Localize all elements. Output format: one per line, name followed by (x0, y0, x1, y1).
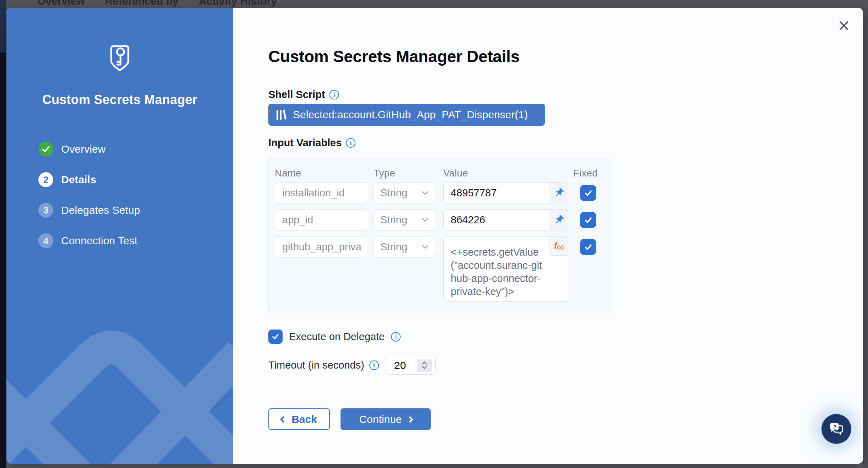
info-icon[interactable] (329, 90, 339, 99)
step-number: 4 (38, 233, 53, 248)
input-variables-table: Name Type Value Fixed installation_id St… (268, 158, 611, 313)
fixed-checkbox[interactable] (580, 185, 596, 201)
variable-type-value: String (380, 214, 407, 226)
shell-script-selected-button[interactable]: Selected:account.GitHub_App_PAT_Dispense… (268, 104, 545, 126)
background-tabs: Overview Referenced by Activity History (0, 0, 868, 7)
dialog-footer: Back Continue (268, 408, 431, 430)
custom-secrets-manager-dialog: Custom Secrets Manager Overview 2 Detail… (6, 8, 863, 464)
shell-script-label: Shell Script (268, 89, 325, 100)
variable-name-input[interactable]: app_id (275, 209, 368, 230)
variable-value-field: 864226 (443, 209, 568, 230)
timeout-stepper[interactable] (417, 359, 432, 372)
execute-on-delegate-label: Execute on Delegate (289, 331, 385, 343)
pin-icon (551, 185, 566, 200)
input-variables-label: Input Variables (268, 137, 342, 149)
column-header-value: Value (443, 168, 468, 179)
fx-icon-sub: (x) (557, 244, 564, 251)
step-complete-check-icon (38, 142, 53, 157)
fixed-checkbox[interactable] (580, 239, 596, 255)
wizard-steps: Overview 2 Details 3 Delegates Setup 4 C… (38, 141, 140, 263)
chevron-up-icon (422, 361, 427, 365)
chat-question-icon: ? (828, 420, 845, 437)
help-chat-button[interactable]: ? (821, 414, 851, 444)
wizard-sidebar: Custom Secrets Manager Overview 2 Detail… (6, 8, 233, 464)
step-connection-test[interactable]: 4 Connection Test (38, 233, 140, 249)
tab-referenced-by: Referenced by (105, 0, 178, 7)
dimmed-page-header: Overview Referenced by Activity History (0, 0, 868, 8)
variable-type-value: String (380, 241, 407, 253)
step-number: 2 (38, 172, 53, 187)
chevron-left-icon (280, 416, 286, 423)
variable-value-input[interactable]: 864226 (444, 209, 550, 230)
chevron-down-icon (422, 366, 427, 369)
variable-value-field: 48957787 (443, 182, 568, 203)
execute-on-delegate-checkbox[interactable] (268, 330, 283, 344)
execute-on-delegate-row: Execute on Delegate (268, 330, 401, 344)
chevron-down-icon (422, 245, 428, 249)
chevron-down-icon (422, 218, 428, 222)
check-icon (584, 189, 593, 198)
shell-script-selected-value: Selected:account.GitHub_App_PAT_Dispense… (293, 109, 528, 121)
check-icon (271, 332, 280, 341)
variable-type-value: String (380, 187, 407, 199)
step-label: Connection Test (61, 235, 138, 247)
harness-logo-watermark (6, 311, 233, 464)
timeout-input[interactable]: 20 (386, 356, 436, 375)
pin-icon (551, 212, 566, 227)
step-label: Overview (61, 143, 106, 155)
column-header-type: Type (374, 168, 395, 179)
info-icon[interactable] (391, 332, 401, 342)
info-icon[interactable] (346, 138, 355, 148)
step-overview[interactable]: Overview (38, 141, 140, 157)
back-button-label: Back (291, 413, 317, 425)
variable-value-field: <+secrets.getValue("account.suranc-githu… (443, 236, 568, 302)
background-left-nav (0, 0, 6, 468)
template-library-icon (276, 109, 287, 120)
timeout-row: Timeout (in seconds) 20 (268, 356, 436, 375)
close-icon (838, 20, 850, 32)
variable-type-select[interactable]: String (374, 236, 435, 257)
chevron-down-icon (422, 191, 428, 195)
variable-name-input[interactable]: github_app_priva (275, 236, 368, 257)
fx-icon: f (554, 241, 557, 251)
variable-type-select[interactable]: String (374, 182, 435, 203)
variable-type-select[interactable]: String (374, 209, 435, 230)
backdrop-right (863, 8, 868, 468)
check-icon (584, 216, 593, 225)
chevron-right-icon (407, 416, 413, 423)
continue-button-label: Continue (359, 413, 402, 425)
secrets-manager-shield-key-icon (106, 43, 133, 75)
variable-value-input[interactable]: 48957787 (444, 183, 550, 203)
svg-text:?: ? (833, 424, 836, 430)
column-header-name: Name (275, 168, 301, 179)
fixed-value-type-button[interactable] (550, 183, 568, 203)
step-label: Details (61, 174, 96, 186)
tab-overview: Overview (37, 0, 85, 7)
backdrop-bottom (6, 464, 863, 468)
expression-value-type-button[interactable]: f(x) (550, 236, 568, 256)
shell-script-label-row: Shell Script (268, 89, 339, 100)
column-header-fixed: Fixed (573, 168, 598, 179)
continue-button[interactable]: Continue (341, 408, 431, 430)
check-icon (584, 243, 593, 252)
dialog-title: Custom Secrets Manager Details (268, 47, 520, 66)
timeout-value: 20 (394, 359, 406, 371)
fixed-value-type-button[interactable] (550, 209, 568, 230)
wizard-title: Custom Secrets Manager (6, 92, 233, 107)
step-label: Delegates Setup (61, 204, 140, 216)
variable-name-input[interactable]: installation_id (275, 182, 368, 203)
back-button[interactable]: Back (268, 408, 330, 430)
timeout-label: Timeout (in seconds) (268, 359, 364, 371)
input-variables-label-row: Input Variables (268, 137, 355, 149)
fixed-checkbox[interactable] (580, 212, 596, 228)
info-icon[interactable] (369, 360, 379, 370)
close-dialog-button[interactable] (835, 17, 852, 34)
step-delegates-setup[interactable]: 3 Delegates Setup (38, 202, 140, 218)
step-details[interactable]: 2 Details (38, 172, 140, 187)
step-number: 3 (38, 203, 53, 218)
variable-value-expression-input[interactable]: <+secrets.getValue("account.suranc-githu… (451, 246, 545, 298)
tab-activity-history: Activity History (199, 0, 277, 7)
